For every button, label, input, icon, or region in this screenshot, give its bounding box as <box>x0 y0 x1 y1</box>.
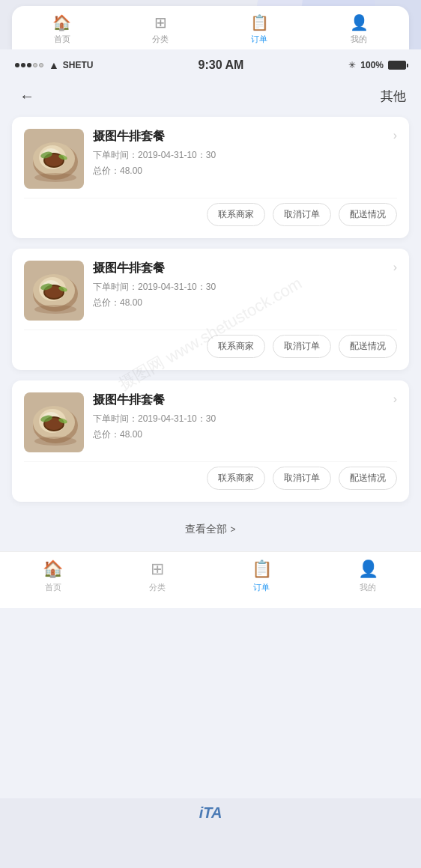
top-tab-order-label: 订单 <box>251 34 267 45</box>
battery-label: 100% <box>360 60 384 70</box>
delivery-status-btn-2[interactable]: 配送情况 <box>339 335 397 358</box>
delivery-status-btn-1[interactable]: 配送情况 <box>339 203 397 226</box>
status-time: 9:30 AM <box>199 58 244 72</box>
home-icon-bottom: 🏠 <box>43 559 63 579</box>
bottom-tab-bar: 🏠 首页 ⊞ 分类 📋 订单 👤 我的 <box>0 551 421 608</box>
order-time-2: 下单时间：2019-04-31-10：30 <box>93 281 397 294</box>
top-tab-home-label: 首页 <box>54 34 70 45</box>
category-icon-bottom: ⊞ <box>151 559 164 579</box>
order-info-3: 摄图牛排套餐 下单时间：2019-04-31-10：30 总价：48.00 › <box>93 392 397 441</box>
cancel-order-btn-3[interactable]: 取消订单 <box>273 467 331 490</box>
order-card-1[interactable]: 摄图牛排套餐 下单时间：2019-04-31-10：30 总价：48.00 › … <box>12 117 409 238</box>
chevron-right-1: › <box>393 129 397 142</box>
view-all-arrow: > <box>230 524 235 535</box>
bottom-tab-category-label: 分类 <box>149 582 166 593</box>
chevron-right-2: › <box>393 261 397 274</box>
order-card-3[interactable]: 摄图牛排套餐 下单时间：2019-04-31-10：30 总价：48.00 › … <box>12 380 409 502</box>
status-right: ✳ 100% <box>348 60 406 70</box>
bottom-tab-mine-label: 我的 <box>360 582 376 593</box>
contact-merchant-btn-1[interactable]: 联系商家 <box>207 203 265 226</box>
signal-dot-3 <box>27 63 31 67</box>
bluetooth-icon: ✳ <box>348 60 356 70</box>
top-tab-mine[interactable]: 👤 我的 <box>350 13 369 45</box>
top-tab-mine-label: 我的 <box>351 34 367 45</box>
top-partial-tab-bar: 🏠 首页 ⊞ 分类 📋 订单 👤 我的 <box>12 6 409 49</box>
svg-point-9 <box>34 173 76 182</box>
order-name-3: 摄图牛排套餐 <box>93 392 397 408</box>
order-name-2: 摄图牛排套餐 <box>93 261 397 276</box>
order-info-1: 摄图牛排套餐 下单时间：2019-04-31-10：30 总价：48.00 › <box>93 129 397 177</box>
top-tab-order[interactable]: 📋 订单 <box>250 13 269 45</box>
order-name-1: 摄图牛排套餐 <box>93 129 397 145</box>
top-tab-category[interactable]: ⊞ 分类 <box>152 13 169 45</box>
back-button[interactable]: ← <box>15 84 39 108</box>
order-image-2 <box>24 261 84 321</box>
mine-icon-bottom: 👤 <box>358 559 378 579</box>
order-time-1: 下单时间：2019-04-31-10：30 <box>93 149 397 162</box>
phone-container: ▲ SHETU 9:30 AM ✳ 100% ← 其他 摄图网 www.shet… <box>0 49 421 798</box>
signal-dot-4 <box>33 63 37 67</box>
battery-icon <box>388 61 406 70</box>
view-all-link[interactable]: 查看全部> <box>12 512 409 551</box>
order-price-2: 总价：48.00 <box>93 297 397 309</box>
status-bar: ▲ SHETU 9:30 AM ✳ 100% <box>0 49 421 78</box>
order-top-1: 摄图牛排套餐 下单时间：2019-04-31-10：30 总价：48.00 › <box>24 129 397 189</box>
bottom-tab-home-label: 首页 <box>45 582 61 593</box>
svg-point-19 <box>34 305 76 314</box>
bottom-tab-home[interactable]: 🏠 首页 <box>43 559 63 593</box>
order-actions-1: 联系商家 取消订单 配送情况 <box>24 198 397 226</box>
order-top-3: 摄图牛排套餐 下单时间：2019-04-31-10：30 总价：48.00 › <box>24 392 397 452</box>
category-icon: ⊞ <box>154 13 167 31</box>
cancel-order-btn-1[interactable]: 取消订单 <box>273 203 331 226</box>
signal-dot-1 <box>15 63 19 67</box>
order-icon-top: 📋 <box>250 13 269 31</box>
contact-merchant-btn-3[interactable]: 联系商家 <box>207 467 265 490</box>
page-title: 其他 <box>381 88 406 105</box>
status-left: ▲ SHETU <box>15 59 94 71</box>
bottom-tab-order[interactable]: 📋 订单 <box>252 559 272 593</box>
signal-dot-2 <box>21 63 25 67</box>
home-icon: 🏠 <box>52 13 71 31</box>
order-price-1: 总价：48.00 <box>93 165 397 177</box>
order-image-3 <box>24 392 84 452</box>
view-all-text: 查看全部 <box>185 523 227 535</box>
bottom-tab-category[interactable]: ⊞ 分类 <box>149 559 166 593</box>
contact-merchant-btn-2[interactable]: 联系商家 <box>207 335 265 358</box>
bottom-brand: iTA <box>0 798 421 828</box>
order-image-1 <box>24 129 84 189</box>
top-tab-category-label: 分类 <box>152 34 169 45</box>
svg-point-29 <box>34 437 76 446</box>
delivery-status-btn-3[interactable]: 配送情况 <box>339 467 397 490</box>
chevron-right-3: › <box>393 392 397 406</box>
order-icon-bottom: 📋 <box>252 559 272 579</box>
top-tab-home[interactable]: 🏠 首页 <box>52 13 71 45</box>
wifi-icon: ▲ <box>49 59 59 71</box>
order-card-2[interactable]: 摄图牛排套餐 下单时间：2019-04-31-10：30 总价：48.00 › … <box>12 249 409 370</box>
signal-dot-5 <box>39 63 43 67</box>
order-price-3: 总价：48.00 <box>93 428 397 441</box>
header-bar: ← 其他 <box>0 78 421 117</box>
main-content: 摄图网 www.shetustock.com <box>0 117 421 551</box>
cancel-order-btn-2[interactable]: 取消订单 <box>273 335 331 358</box>
order-actions-3: 联系商家 取消订单 配送情况 <box>24 461 397 490</box>
bottom-tab-order-label: 订单 <box>253 582 270 593</box>
order-time-3: 下单时间：2019-04-31-10：30 <box>93 413 397 425</box>
order-info-2: 摄图牛排套餐 下单时间：2019-04-31-10：30 总价：48.00 › <box>93 261 397 309</box>
order-actions-2: 联系商家 取消订单 配送情况 <box>24 330 397 358</box>
bottom-tab-mine[interactable]: 👤 我的 <box>358 559 378 593</box>
brand-text: iTA <box>199 804 222 821</box>
carrier-label: SHETU <box>63 60 94 70</box>
order-top-2: 摄图牛排套餐 下单时间：2019-04-31-10：30 总价：48.00 › <box>24 261 397 321</box>
mine-icon-top: 👤 <box>350 13 369 31</box>
